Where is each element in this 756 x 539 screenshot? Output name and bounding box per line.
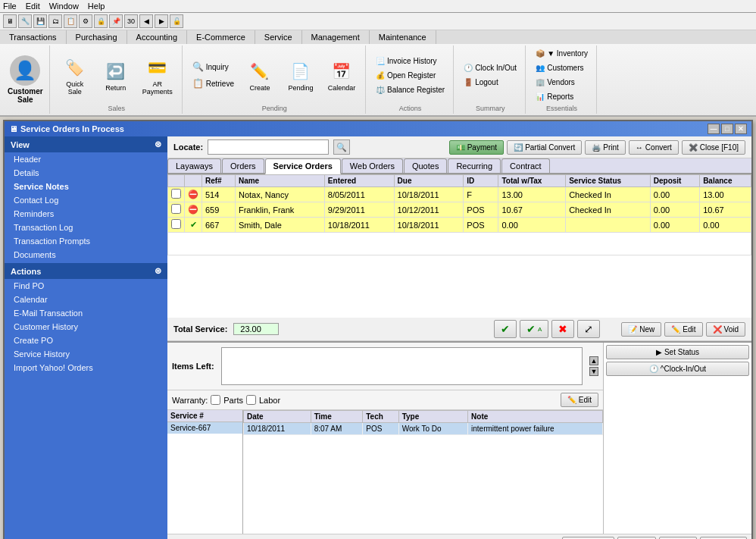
checkmark-btn-1[interactable]: ✔ [494,320,517,338]
sidebar-item-header[interactable]: Header [5,152,167,166]
customer-panel[interactable]: 👤 CustomerSale [2,45,50,114]
tb-icon-12[interactable]: 🔓 [170,14,183,28]
menu-edit[interactable]: Edit [26,2,40,11]
tb-icon-1[interactable]: 🖥 [3,14,17,28]
menu-file[interactable]: File [3,2,17,11]
sidebar-item-service-notes[interactable]: Service Notes [5,180,167,193]
service-detail-row[interactable]: 10/18/2011 8:07 AM POS Work To Do interm… [244,423,603,435]
tab-service-orders[interactable]: Service Orders [265,158,341,174]
invoice-history-btn[interactable]: 📃 Invoice History [372,55,448,67]
tb-icon-8[interactable]: 📌 [109,14,123,28]
service-num-row[interactable]: Service-667 [167,422,242,434]
sidebar-item-reminders[interactable]: Reminders [5,207,167,221]
sidebar-item-email-transaction[interactable]: E-Mail Transaction [5,306,167,320]
tab-recurring[interactable]: Recurring [448,158,501,173]
quick-sale-btn[interactable]: 🏷️ QuickSale [56,52,94,99]
transfer-btn[interactable]: ⤢ [577,320,600,338]
tab-layaways[interactable]: Layaways [167,158,221,173]
tab-web-orders[interactable]: Web Orders [342,158,403,173]
sidebar-item-contact-log[interactable]: Contact Log [5,193,167,207]
sidebar-item-import-yahoo[interactable]: Import Yahoo! Orders [5,361,167,374]
retrieve-btn[interactable]: 📋 Retrieve [189,76,238,91]
tb-icon-4[interactable]: 🗂 [48,14,62,28]
row-checkbox-1[interactable] [168,187,185,202]
sidebar-item-documents[interactable]: Documents [5,248,167,262]
vendors-btn[interactable]: 🏢 Vendors [532,76,592,89]
clock-in-out-panel-btn[interactable]: 🕐 ^Clock-In/Out [606,362,749,376]
close-button[interactable]: ✖️ Close [F10] [682,140,745,155]
ribbon-tab-service[interactable]: Service [255,30,302,44]
return-btn[interactable]: ↩️ Return [97,56,135,95]
tb-icon-6[interactable]: ⚙ [79,14,92,28]
edit-row-button[interactable]: ✏️ Edit [664,322,702,337]
tab-orders[interactable]: Orders [222,158,264,173]
sidebar-item-transaction-prompts[interactable]: Transaction Prompts [5,234,167,248]
col-balance[interactable]: Balance [700,175,751,187]
reports-btn[interactable]: 📊 Reports [532,90,592,103]
table-row[interactable]: ✔ 667 Smith, Dale 10/18/2011 10/18/2011 … [168,218,751,233]
items-left-textarea[interactable] [221,347,583,385]
cross-btn[interactable]: ✖ [551,320,574,338]
ar-payments-btn[interactable]: 💳 ARPayments [138,52,177,99]
tb-icon-11[interactable]: ▶ [155,14,168,28]
tb-icon-5[interactable]: 📋 [64,14,77,28]
sidebar-item-customer-history[interactable]: Customer History [5,320,167,334]
col-name[interactable]: Name [235,175,324,187]
payment-button[interactable]: 💵 Payment [449,140,504,155]
checkmark-btn-2[interactable]: ✔A [520,320,548,338]
col-total[interactable]: Total w/Tax [498,175,566,187]
col-status[interactable]: Service Status [566,175,651,187]
col-due[interactable]: Due [394,175,464,187]
close-btn[interactable]: ✕ [735,124,747,134]
minimize-btn[interactable]: — [708,124,720,134]
ribbon-tab-purchasing[interactable]: Purchasing [67,30,127,44]
customers-btn[interactable]: 👥 Customers [532,61,592,74]
open-register-btn[interactable]: 💰 Open Register [372,69,448,82]
ribbon-tab-ecommerce[interactable]: E-Commerce [187,30,255,44]
col-id[interactable]: ID [464,175,498,187]
sidebar-item-details[interactable]: Details [5,166,167,180]
ribbon-tab-management[interactable]: Management [302,30,370,44]
menu-window[interactable]: Window [49,2,79,11]
col-entered[interactable]: Entered [324,175,394,187]
ribbon-tab-transactions[interactable]: Transactions [0,30,67,44]
row-checkbox-2[interactable] [168,202,185,218]
print-button[interactable]: 🖨️ Print [585,140,626,155]
tb-icon-2[interactable]: 🔧 [18,14,32,28]
calendar-btn[interactable]: 📅 Calendar [323,56,361,95]
new-button[interactable]: 📝 New [621,322,661,337]
sidebar-view-header[interactable]: View ⊛ [5,136,167,152]
locate-input[interactable] [208,139,329,155]
create-btn[interactable]: ✏️ Create [241,56,279,95]
col-deposit[interactable]: Deposit [650,175,699,187]
inventory-btn[interactable]: 📦 ▼ Inventory [532,47,592,60]
sidebar-item-service-history[interactable]: Service History [5,347,167,361]
tb-icon-10[interactable]: ◀ [139,14,153,28]
table-row[interactable]: ⛔ 514 Notax, Nancy 8/05/2011 10/18/2011 … [168,187,751,202]
pending-btn[interactable]: 📄 Pending [282,56,320,95]
set-status-btn[interactable]: ▶ Set Status [606,345,749,359]
tb-icon-9[interactable]: 30 [124,14,138,28]
sidebar-actions-header[interactable]: Actions ⊛ [5,263,167,279]
locate-search-btn[interactable]: 🔍 [333,139,350,155]
menu-help[interactable]: Help [88,2,105,11]
sidebar-item-transaction-log[interactable]: Transaction Log [5,221,167,234]
items-scroll-up[interactable]: ▲ [589,356,598,365]
table-row[interactable]: ⛔ 659 Franklin, Frank 9/29/2011 10/12/20… [168,202,751,218]
sidebar-item-create-po[interactable]: Create PO [5,334,167,347]
tab-quotes[interactable]: Quotes [404,158,447,173]
maximize-btn[interactable]: □ [721,124,733,134]
tb-icon-3[interactable]: 💾 [33,14,47,28]
items-edit-btn[interactable]: ✏️ Edit [561,393,598,407]
convert-button[interactable]: ↔️ Convert [629,140,679,155]
labor-checkbox[interactable] [246,395,256,405]
clock-in-out-btn[interactable]: 🕐 Clock In/Out [460,61,520,74]
balance-register-btn[interactable]: ⚖️ Balance Register [372,83,448,96]
ribbon-tab-maintenance[interactable]: Maintenance [370,30,436,44]
inquiry-btn[interactable]: 🔍 Inquiry [189,59,238,74]
sidebar-item-find-po[interactable]: Find PO [5,279,167,293]
void-button[interactable]: ❌ Void [706,322,745,337]
logout-btn[interactable]: 🚪 Logout [460,76,520,89]
sidebar-item-calendar[interactable]: Calendar [5,293,167,306]
items-scroll-down[interactable]: ▼ [589,367,598,376]
